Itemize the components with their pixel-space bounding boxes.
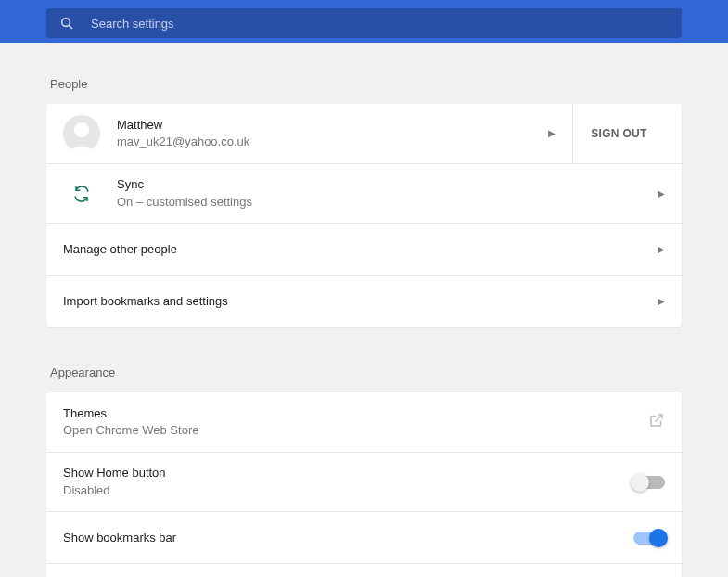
- home-button-toggle[interactable]: [633, 476, 665, 489]
- sync-row[interactable]: Sync On – customised settings ▶: [46, 163, 682, 223]
- open-external-icon: [648, 412, 665, 432]
- sync-subtitle: On – customised settings: [117, 194, 252, 211]
- chevron-right-icon: ▶: [658, 245, 665, 254]
- svg-line-1: [69, 25, 72, 29]
- manage-other-people-row[interactable]: Manage other people ▶: [46, 223, 682, 275]
- themes-title: Themes: [63, 405, 198, 422]
- sign-out-button[interactable]: SIGN OUT: [572, 104, 665, 163]
- import-bookmarks-label: Import bookmarks and settings: [63, 294, 228, 308]
- manage-other-people-label: Manage other people: [63, 242, 177, 256]
- content: People Matthew mav_uk21@yahoo.co.uk ▶ SI…: [0, 43, 728, 577]
- home-button-subtitle: Disabled: [63, 482, 166, 499]
- home-button-title: Show Home button: [63, 465, 166, 481]
- sync-icon: [63, 186, 100, 202]
- themes-row[interactable]: Themes Open Chrome Web Store: [46, 392, 682, 452]
- profile-row[interactable]: Matthew mav_uk21@yahoo.co.uk ▶ SIGN OUT: [46, 104, 682, 163]
- search-icon: [59, 16, 74, 31]
- bookmarks-bar-toggle[interactable]: [633, 532, 665, 545]
- svg-line-3: [656, 415, 663, 422]
- people-card: Matthew mav_uk21@yahoo.co.uk ▶ SIGN OUT …: [46, 104, 682, 327]
- chevron-right-icon: ▶: [658, 189, 665, 199]
- bookmarks-bar-row: Show bookmarks bar: [46, 511, 682, 563]
- profile-name: Matthew: [117, 117, 249, 134]
- svg-point-2: [74, 122, 89, 137]
- search-bar[interactable]: [46, 8, 682, 38]
- appearance-card: Themes Open Chrome Web Store Show Home b…: [46, 392, 682, 577]
- header: [0, 0, 728, 43]
- chevron-right-icon: ▶: [548, 129, 556, 138]
- bookmarks-bar-title: Show bookmarks bar: [63, 531, 176, 545]
- import-bookmarks-row[interactable]: Import bookmarks and settings ▶: [46, 275, 682, 327]
- home-button-row: Show Home button Disabled: [46, 452, 682, 511]
- search-input[interactable]: [91, 17, 669, 31]
- themes-subtitle: Open Chrome Web Store: [63, 422, 198, 439]
- sync-title: Sync: [117, 176, 252, 193]
- avatar: [63, 115, 100, 152]
- svg-point-0: [62, 19, 70, 27]
- profile-email: mav_uk21@yahoo.co.uk: [117, 134, 249, 150]
- chevron-right-icon: ▶: [658, 297, 665, 306]
- section-title-people: People: [50, 77, 682, 91]
- font-size-row: Font size Medium (Recommended): [46, 563, 682, 577]
- section-title-appearance: Appearance: [50, 365, 682, 379]
